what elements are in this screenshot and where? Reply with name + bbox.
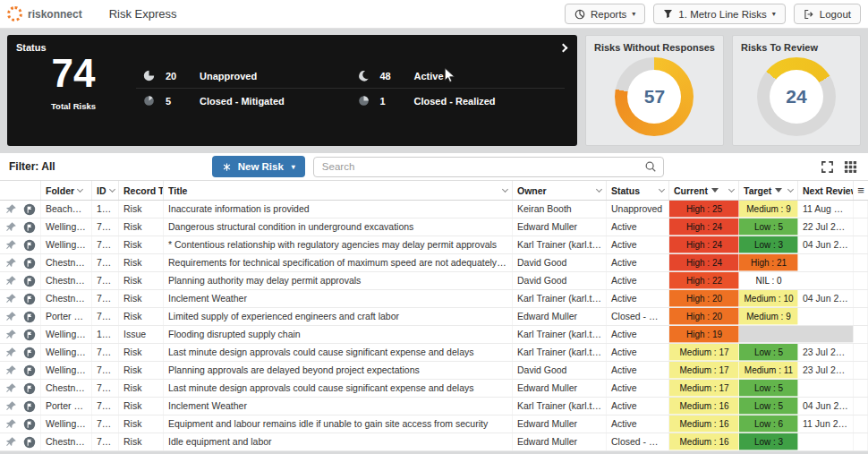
open-record-icon[interactable] [23, 221, 36, 234]
page-title: Risk Express [109, 7, 177, 21]
pin-icon[interactable] [5, 436, 17, 448]
header-record-type[interactable]: Record Type [119, 181, 164, 200]
pin-icon[interactable] [5, 275, 17, 287]
risks-to-review-card[interactable]: Risks To Review 24 [732, 35, 861, 146]
logout-button[interactable]: Logout [794, 4, 861, 24]
current-score-cell: High : 22 [669, 272, 739, 289]
header-owner[interactable]: Owner [513, 181, 607, 200]
pin-icon[interactable] [5, 364, 17, 376]
table-row[interactable]: Wellington ...7296RiskEquipment and labo… [0, 415, 868, 433]
view-filter-button[interactable]: 1. Metro Line Risks ▾ [653, 4, 785, 24]
table-row[interactable]: Porter Station7281RiskInclement WeatherK… [0, 398, 868, 415]
status-cell: Active [607, 380, 669, 397]
title-cell: Inclement Weather [164, 398, 513, 415]
table-row[interactable]: Chestnut Hi...7323RiskLast minute design… [0, 380, 868, 398]
open-record-icon[interactable] [23, 400, 36, 413]
stat-unapproved[interactable]: 20 Unapproved [136, 64, 351, 89]
title-cell: Planning approvals are delayed beyond pr… [164, 362, 513, 379]
row-icons [0, 236, 41, 253]
open-record-icon[interactable] [23, 436, 36, 449]
pin-icon[interactable] [5, 347, 17, 358]
table-row[interactable]: Wellington ...7292RiskDangerous structur… [0, 218, 868, 236]
status-expand-chevron-icon[interactable] [559, 43, 568, 52]
table-row[interactable]: Chestnut Hi...7327RiskPlanning authority… [0, 272, 868, 290]
open-record-icon[interactable] [23, 418, 36, 431]
open-record-icon[interactable] [23, 382, 36, 395]
target-score-cell: Medium : 11 [739, 362, 798, 379]
open-record-icon[interactable] [23, 203, 36, 216]
fullscreen-icon[interactable] [821, 160, 834, 174]
pin-icon[interactable] [5, 311, 17, 322]
status-cell: Active [607, 290, 669, 307]
open-record-icon[interactable] [23, 257, 36, 270]
record-type-cell: Risk [119, 344, 164, 361]
stat-active[interactable]: 48 Active [351, 64, 566, 89]
header-id[interactable]: ID [92, 181, 119, 200]
header-target[interactable]: Target [739, 181, 798, 200]
table-row[interactable]: Wellington ...7302RiskPlanning approvals… [0, 362, 868, 380]
pin-icon[interactable] [5, 400, 17, 412]
open-record-icon[interactable] [23, 329, 36, 341]
row-icons [0, 308, 41, 325]
open-record-icon[interactable] [23, 347, 36, 359]
pin-icon[interactable] [5, 293, 17, 304]
search-input[interactable] [313, 157, 664, 177]
title-cell: Equipment and labour remains idle if una… [164, 415, 513, 433]
open-record-icon[interactable] [23, 293, 36, 305]
pin-icon[interactable] [5, 329, 17, 340]
owner-cell: Karl Trainer (karl.trainer@... [513, 398, 607, 415]
table-row[interactable]: Wellington ...10128IssueFlooding disrupt… [0, 326, 868, 344]
table-row[interactable]: Chestnut Hi...7326RiskIdle equipment and… [0, 433, 868, 451]
owner-cell: David Good [513, 272, 607, 289]
stat-closed-mitigated[interactable]: 5 Closed - Mitigated [136, 89, 351, 113]
owner-cell: Edward Muller [513, 218, 607, 236]
header-status[interactable]: Status [607, 181, 669, 200]
pin-icon[interactable] [5, 221, 17, 233]
record-type-cell: Risk [119, 201, 164, 218]
header-current[interactable]: Current [669, 181, 739, 200]
target-score-cell: Low : 5 [739, 344, 798, 361]
table-row[interactable]: Chestnut Hi...7281RiskInclement WeatherK… [0, 290, 868, 308]
title-cell: Limited supply of experienced engineers … [164, 308, 513, 325]
open-record-icon[interactable] [23, 311, 36, 323]
row-icons [0, 290, 41, 307]
stat-closed-realized[interactable]: 1 Closed - Realized [351, 89, 566, 113]
next-review-cell [798, 380, 854, 397]
table-row[interactable]: Porter Station7295RiskLimited supply of … [0, 308, 868, 326]
table-row[interactable]: Chestnut Hi...7331RiskRequirements for t… [0, 254, 868, 272]
header-folder[interactable]: Folder [41, 181, 92, 200]
folder-cell: Chestnut Hi... [41, 433, 92, 450]
risks-without-responses-card[interactable]: Risks Without Responses 57 [585, 35, 724, 146]
column-menu-icon[interactable]: ≡ [854, 181, 868, 200]
next-review-cell [798, 308, 854, 325]
chevron-down-icon: ▾ [292, 163, 295, 171]
mouse-cursor [444, 67, 455, 88]
chevron-down-icon [77, 185, 83, 192]
target-score-cell [739, 326, 854, 343]
open-record-icon[interactable] [23, 364, 36, 377]
reports-button[interactable]: Reports ▾ [565, 4, 645, 24]
table-row[interactable]: Wellington ...7293RiskLast minute design… [0, 344, 868, 362]
pin-icon[interactable] [5, 257, 17, 269]
pin-icon[interactable] [5, 239, 17, 251]
status-cell: Closed - Mitigat... [607, 308, 669, 325]
id-cell: 7296 [92, 415, 119, 433]
new-risk-button[interactable]: New Risk ▾ [212, 156, 305, 177]
table-row[interactable]: Beachmont ...10826RiskInaccurate informa… [0, 201, 868, 218]
open-record-icon[interactable] [23, 239, 36, 252]
row-icons [0, 272, 41, 289]
open-record-icon[interactable] [23, 275, 36, 287]
grid-view-icon[interactable] [844, 160, 857, 174]
riskonnect-logo[interactable]: riskonnect [7, 6, 82, 21]
table-row[interactable]: Wellington ...7297Risk* Contentious rela… [0, 236, 868, 254]
header-title[interactable]: Title [164, 181, 513, 200]
search-icon[interactable] [644, 160, 657, 173]
status-cell: Active [607, 344, 669, 361]
pin-icon[interactable] [5, 382, 17, 394]
pin-icon[interactable] [5, 203, 17, 215]
record-type-cell: Risk [119, 254, 164, 271]
row-end [854, 218, 868, 236]
record-type-cell: Risk [119, 290, 164, 307]
pin-icon[interactable] [5, 418, 17, 430]
header-next-review[interactable]: Next Review [798, 181, 854, 200]
